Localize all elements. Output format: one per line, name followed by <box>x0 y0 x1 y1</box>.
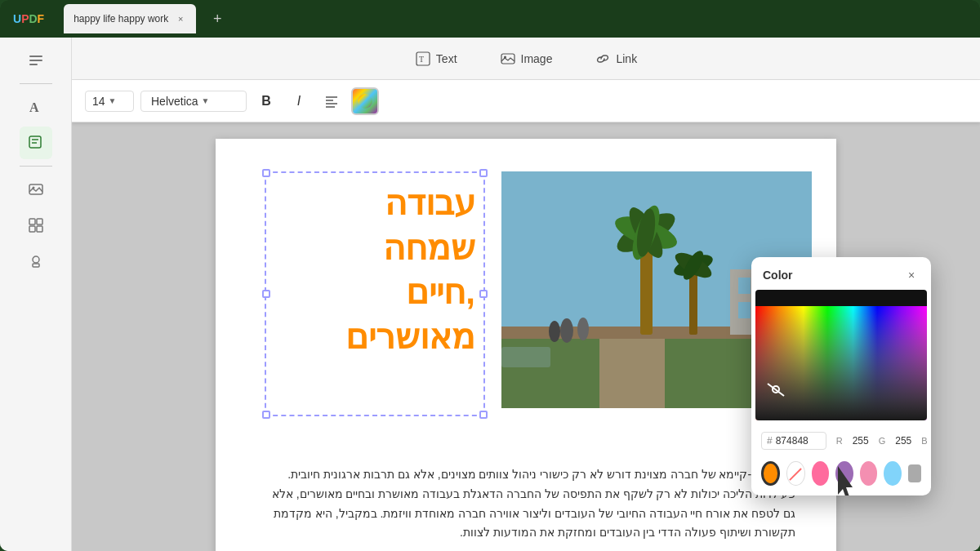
sidebar-icon-stamp[interactable] <box>20 245 52 278</box>
hex-input[interactable]: # 874848 <box>761 432 826 450</box>
svg-rect-1 <box>29 60 42 61</box>
hebrew-text: עבודהשמחה,חייםמאושרים <box>274 181 475 359</box>
font-family-value: Helvetica <box>151 95 198 108</box>
link-tool-label: Link <box>616 52 637 65</box>
content-area: T Text Image <box>72 38 980 551</box>
svg-rect-11 <box>29 226 35 232</box>
swatch-light-blue[interactable] <box>884 461 902 486</box>
main-area: A <box>0 38 980 551</box>
font-family-selector[interactable]: Helvetica ▼ <box>140 91 247 112</box>
svg-point-23 <box>358 94 372 109</box>
text-tool-button[interactable]: T Text <box>407 46 466 72</box>
color-picker-title: Color <box>763 269 793 282</box>
sidebar-icon-image[interactable] <box>20 173 52 206</box>
sidebar-divider-2 <box>20 166 52 167</box>
italic-button[interactable]: I <box>286 88 312 114</box>
app-window: UPDF happy life happy work × + A <box>0 0 980 551</box>
image-tool-button[interactable]: Image <box>492 46 561 72</box>
svg-rect-49 <box>755 290 927 306</box>
color-button[interactable] <box>351 87 379 115</box>
align-button[interactable] <box>318 88 345 114</box>
image-tool-label: Image <box>521 52 553 65</box>
text-tool-label: Text <box>436 52 457 65</box>
text-icon: T <box>415 51 431 67</box>
sidebar-icon-edit[interactable] <box>20 127 52 159</box>
resize-handle-bl[interactable] <box>262 411 270 419</box>
g-value: 255 <box>895 435 911 447</box>
svg-point-13 <box>33 256 39 263</box>
r-value: 255 <box>853 435 869 447</box>
sidebar-icon-text[interactable]: A <box>20 91 52 123</box>
svg-point-39 <box>577 318 589 340</box>
new-tab-button[interactable]: + <box>206 7 229 30</box>
cursor-arrow <box>831 466 864 495</box>
tab-close-button[interactable]: × <box>175 13 186 24</box>
svg-rect-10 <box>37 219 42 224</box>
svg-point-38 <box>560 318 573 343</box>
svg-rect-14 <box>33 264 39 267</box>
sidebar-icon-menu[interactable] <box>20 44 52 77</box>
font-size-chevron: ▼ <box>109 96 117 105</box>
font-family-chevron: ▼ <box>202 96 210 105</box>
app-logo: UPDF <box>13 12 44 25</box>
selected-text-box[interactable]: עבודהשמחה,חייםמאושרים <box>265 171 485 416</box>
body-text: פיתוח בר-קיימא של חברה מצוינת דורש לא רק… <box>256 465 795 543</box>
svg-rect-47 <box>501 347 550 367</box>
format-bar: 14 ▼ Helvetica ▼ B I <box>72 80 980 122</box>
hex-hash: # <box>767 435 773 447</box>
swatch-transparent[interactable] <box>786 461 804 486</box>
sidebar: A <box>0 38 72 551</box>
bold-button[interactable]: B <box>253 88 279 114</box>
resize-handle-br[interactable] <box>479 411 488 419</box>
color-hex-row: # 874848 R 255 G 255 B 255 <box>751 427 931 455</box>
svg-rect-45 <box>738 302 751 318</box>
g-label: G <box>879 436 886 446</box>
font-size-selector[interactable]: 14 ▼ <box>85 91 134 112</box>
color-picker-popup: Color × <box>751 257 931 495</box>
edit-toolbar: T Text Image <box>72 38 980 80</box>
image-icon <box>500 51 516 67</box>
svg-rect-2 <box>29 64 38 65</box>
svg-rect-34 <box>689 269 697 335</box>
r-label: R <box>836 436 843 446</box>
svg-rect-27 <box>599 339 665 408</box>
tab-title: happy life happy work <box>74 13 168 24</box>
svg-text:T: T <box>419 55 424 64</box>
document-page: עבודהשמחה,חייםמאושרים <box>216 139 836 551</box>
resize-handle-ml[interactable] <box>262 290 270 298</box>
svg-rect-52 <box>755 306 927 420</box>
swatch-orange[interactable] <box>761 461 780 486</box>
swatch-gray[interactable] <box>908 464 921 482</box>
sidebar-icon-shape[interactable] <box>20 209 52 242</box>
resize-handle-tr[interactable] <box>479 169 488 177</box>
svg-rect-12 <box>37 226 42 232</box>
svg-text:A: A <box>29 100 39 114</box>
swatch-pink[interactable] <box>812 461 830 486</box>
svg-point-40 <box>549 321 560 342</box>
resize-handle-tl[interactable] <box>262 169 270 177</box>
resize-handle-mr[interactable] <box>479 290 488 298</box>
link-icon <box>595 51 611 67</box>
svg-rect-0 <box>29 56 42 57</box>
link-tool-button[interactable]: Link <box>586 46 645 72</box>
svg-marker-55 <box>838 466 853 495</box>
svg-rect-9 <box>29 219 35 224</box>
body-paragraph: פיתוח בר-קיימא של חברה מצוינת דורש לא רק… <box>272 468 795 539</box>
b-label: B <box>921 436 927 446</box>
document-tab[interactable]: happy life happy work × <box>64 4 196 33</box>
sidebar-divider-1 <box>20 83 52 84</box>
svg-rect-42 <box>738 278 751 294</box>
color-picker-header: Color × <box>751 257 931 290</box>
page-area: עבודהשמחה,חייםמאושרים <box>72 122 980 551</box>
hex-value: 874848 <box>776 435 821 447</box>
font-size-value: 14 <box>92 95 105 108</box>
color-gradient-canvas[interactable] <box>755 290 927 420</box>
title-bar: UPDF happy life happy work × + <box>0 0 980 38</box>
svg-rect-4 <box>29 136 41 148</box>
color-picker-close-button[interactable]: × <box>903 267 920 283</box>
